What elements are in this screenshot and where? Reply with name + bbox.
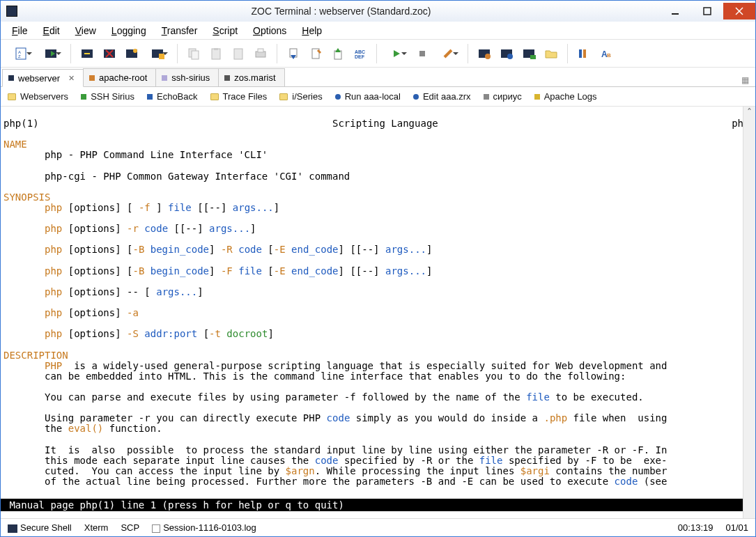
- hostdir-button[interactable]: AZ: [8, 43, 36, 64]
- terminal-view[interactable]: php(1) Scripting Language php(1) NAME ph…: [1, 107, 755, 518]
- bookmark-apache-logs[interactable]: Apache Logs: [534, 91, 597, 102]
- svg-marker-29: [335, 48, 341, 52]
- upload-button[interactable]: [327, 43, 348, 64]
- titlebar: ZOC Terminal : webserver (Standard.zoc): [1, 1, 755, 22]
- window-title: ZOC Terminal : webserver (Standard.zoc): [23, 6, 659, 17]
- svg-marker-32: [394, 50, 400, 57]
- stop-script-button[interactable]: [412, 43, 433, 64]
- svg-rect-16: [159, 54, 164, 59]
- svg-rect-42: [583, 49, 586, 58]
- maximize-button[interactable]: [691, 3, 723, 20]
- edit-script-button[interactable]: [434, 43, 462, 64]
- tab-icon: [8, 75, 14, 81]
- tab-bar: webserver ✕ apache-root ssh-sirius zos.m…: [1, 68, 755, 87]
- status-transfer: SCP: [121, 522, 139, 533]
- svg-rect-41: [579, 49, 582, 58]
- svg-point-36: [485, 54, 491, 59]
- disconnect-button[interactable]: [99, 43, 120, 64]
- app-icon: [6, 6, 17, 17]
- device-opts-button[interactable]: [496, 43, 517, 64]
- svg-rect-1: [704, 8, 711, 15]
- menu-transfer[interactable]: Transfer: [155, 24, 205, 38]
- status-bar: Secure Shell Xterm SCP Session-1116-0103…: [1, 518, 755, 536]
- tab-overview-button[interactable]: ▦: [739, 74, 751, 86]
- menu-view[interactable]: View: [68, 24, 103, 38]
- folder-icon: [8, 93, 16, 100]
- window-controls: [659, 3, 755, 20]
- status-log[interactable]: Session-1116-0103.log: [152, 522, 256, 533]
- bookmark-bar: Webservers SSH Sirius EchoBack Trace Fil…: [1, 87, 755, 107]
- svg-rect-21: [234, 49, 242, 59]
- bookmark-run-aaa-local[interactable]: Run aaa-local: [335, 91, 401, 102]
- tab-icon: [162, 75, 167, 81]
- host-icon: [147, 94, 153, 100]
- ascii-send-button[interactable]: ABCDEF: [350, 43, 371, 64]
- tab-webserver[interactable]: webserver ✕: [2, 69, 84, 87]
- newtab-button[interactable]: [121, 43, 142, 64]
- font-button[interactable]: AB: [596, 43, 617, 64]
- colors-button[interactable]: [573, 43, 594, 64]
- folder-icon: [210, 93, 219, 100]
- host-icon: [534, 94, 540, 100]
- tab-label: zos.marist: [234, 72, 275, 83]
- tab-zos-marist[interactable]: zos.marist: [218, 68, 284, 86]
- bookmark-trace-files[interactable]: Trace Files: [210, 91, 268, 102]
- scroll-up-icon[interactable]: ˄: [743, 107, 755, 119]
- copy-button[interactable]: [183, 43, 204, 64]
- status-connection: Secure Shell: [8, 522, 72, 533]
- close-button[interactable]: [723, 3, 755, 20]
- terminal-text: php(1) Scripting Language php(1) NAME ph…: [1, 117, 755, 488]
- download-button[interactable]: [283, 43, 304, 64]
- open-folder-button[interactable]: [541, 43, 562, 64]
- terminal-opts-button[interactable]: [518, 43, 539, 64]
- menu-script[interactable]: Script: [206, 24, 245, 38]
- edit-file-button[interactable]: [305, 43, 326, 64]
- run-script-button[interactable]: [383, 43, 410, 64]
- quickconnect-button[interactable]: [37, 43, 65, 64]
- bookmark-ssh-sirius[interactable]: SSH Sirius: [81, 91, 134, 102]
- minimize-button[interactable]: [659, 3, 691, 20]
- svg-point-38: [507, 54, 513, 59]
- folder-icon: [279, 93, 288, 100]
- paste2-button[interactable]: [228, 43, 249, 64]
- menu-file[interactable]: File: [5, 24, 35, 38]
- connect-button[interactable]: [77, 43, 98, 64]
- menu-help[interactable]: Help: [295, 24, 329, 38]
- svg-text:DEF: DEF: [355, 54, 365, 59]
- bookmark-echoback[interactable]: EchoBack: [147, 91, 198, 102]
- tab-apache-root[interactable]: apache-root: [83, 68, 156, 86]
- tab-label: webserver: [18, 73, 60, 84]
- svg-text:ABC: ABC: [355, 49, 365, 54]
- svg-rect-40: [530, 55, 536, 59]
- svg-rect-20: [214, 48, 218, 50]
- session-opts-button[interactable]: [474, 43, 495, 64]
- session-profile-button[interactable]: [144, 43, 171, 64]
- checkbox-icon[interactable]: [152, 524, 160, 533]
- menu-logging[interactable]: Logging: [105, 24, 153, 38]
- bookmark-iseries[interactable]: i/Series: [279, 91, 322, 102]
- tab-close-icon[interactable]: ✕: [68, 74, 75, 83]
- svg-text:Z: Z: [18, 54, 21, 59]
- paste-button[interactable]: [206, 43, 226, 64]
- menu-edit[interactable]: Edit: [36, 24, 67, 38]
- bookmark-edit-aaa-zrx[interactable]: Edit aaa.zrx: [413, 91, 471, 102]
- tab-label: apache-root: [99, 72, 147, 83]
- tab-icon: [89, 75, 95, 81]
- tab-label: ssh-sirius: [171, 72, 210, 83]
- menu-options[interactable]: Options: [246, 24, 293, 38]
- bookmark-sirius-ru[interactable]: сириус: [484, 91, 522, 102]
- svg-text:B: B: [607, 52, 611, 59]
- status-terminal: Xterm: [84, 522, 109, 533]
- svg-point-14: [133, 49, 137, 53]
- script-icon: [413, 94, 419, 100]
- bookmark-webservers[interactable]: Webservers: [8, 91, 68, 102]
- lock-icon: [8, 524, 17, 533]
- svg-line-34: [445, 50, 452, 57]
- tab-ssh-sirius[interactable]: ssh-sirius: [155, 68, 219, 86]
- scrollbar[interactable]: ˄: [743, 107, 755, 518]
- svg-rect-23: [258, 49, 263, 52]
- tab-icon: [224, 75, 230, 81]
- toolbar: AZ ABCDEF AB: [1, 40, 755, 68]
- print-button[interactable]: [250, 43, 271, 64]
- pager-status-line: Manual page php(1) line 1 (press h for h…: [1, 499, 755, 511]
